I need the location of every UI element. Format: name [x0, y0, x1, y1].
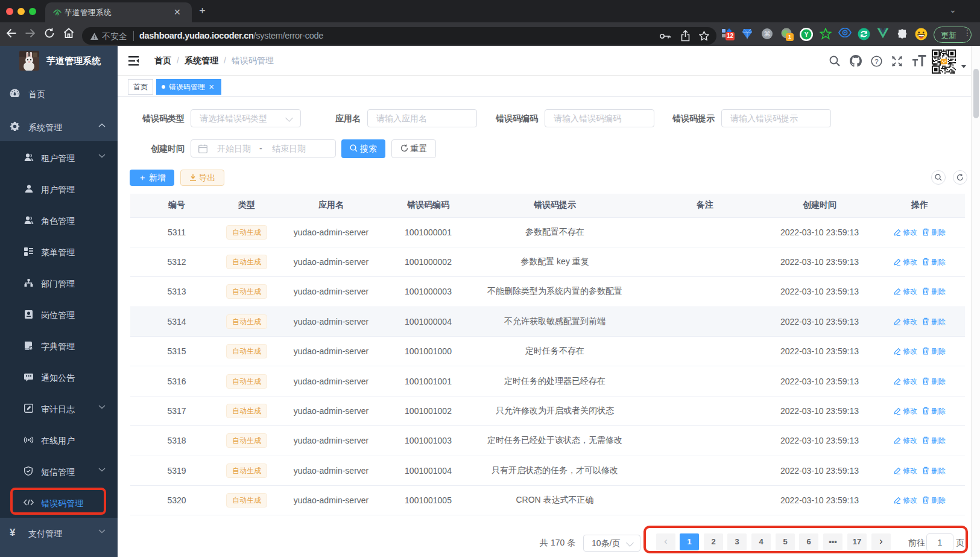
svg-text:?: ? [874, 58, 878, 65]
svg-text:⌘: ⌘ [764, 30, 771, 37]
svg-text:Y: Y [805, 31, 809, 38]
